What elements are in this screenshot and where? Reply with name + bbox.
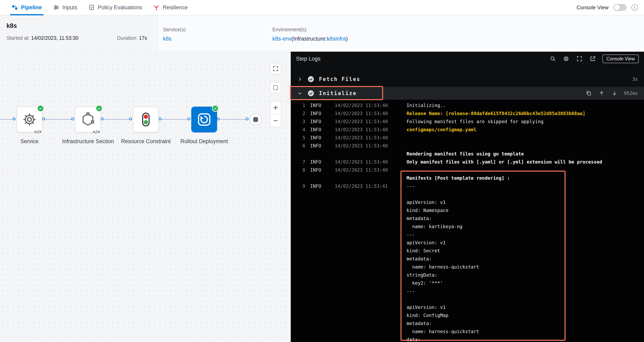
log-row: key2: '***' [291,279,644,287]
step-meta: 3s [632,77,638,82]
log-row: name: harness-quickstart [291,263,644,271]
expand-icon [272,65,279,72]
log-row: apiVersion: v1 [291,303,644,311]
log-row: name: harness-quickstart [291,327,644,335]
log-message [398,295,406,303]
log-timestamp [330,279,398,287]
log-line-number: 3 [295,118,305,126]
service-link[interactable]: k8s [163,36,172,42]
success-badge [96,105,102,112]
log-rows[interactable]: 1INFO14/02/2023 11:53:40Initializing..2I… [291,100,644,342]
log-level [305,327,330,335]
search-icon[interactable] [549,55,556,62]
log-line-number: 5 [295,134,305,142]
log-message: --- [398,231,415,239]
log-row: 9INFO14/02/2023 11:53:41--- [291,182,644,190]
log-level [305,239,330,247]
log-message: kind: Secret [398,247,440,255]
success-badge [37,105,44,112]
log-message: Following manifest files are skipped for… [398,118,544,126]
settings-gear-icon[interactable] [562,55,570,62]
node-box-infrastructure[interactable]: </> [75,107,101,132]
log-line-number [295,255,305,263]
log-level [305,287,330,295]
console-view-toggle[interactable] [613,4,627,11]
nav-tabs: Pipeline Inputs Policy Evaluations Resil… [6,0,194,15]
scroll-up-icon[interactable] [598,90,605,97]
connector-line [160,119,190,120]
log-line-number [295,231,305,239]
environment-link[interactable]: k8s-env(Infrastructure:k8sinfra) [272,36,348,42]
console-view-button[interactable]: Console View [602,55,639,63]
log-line-number [295,335,305,342]
step-meta: 952ms [585,90,638,97]
chevron-right-icon[interactable] [297,76,303,82]
log-row: 2INFO14/02/2023 11:53:40Release Name: [r… [291,109,644,118]
log-level [305,319,330,327]
log-message: key2: '***' [398,279,443,287]
chevron-down-icon[interactable] [297,90,303,96]
log-message: Rendering manifest files using go templa… [398,150,524,158]
code-badge: </> [93,129,100,134]
log-timestamp: 14/02/2023 11:53:40 [330,126,398,134]
top-nav: Pipeline Inputs Policy Evaluations Resil… [0,0,644,15]
log-line-number [295,214,305,222]
services-block: Service(s) k8s [163,27,186,42]
log-timestamp [330,214,398,222]
log-row: 1INFO14/02/2023 11:53:40Initializing.. [291,101,644,109]
tab-label: Resilience [162,5,188,11]
log-line-number [295,319,305,327]
log-section-initialize[interactable]: Initialize 952ms [291,87,644,100]
log-section-fetch-files[interactable]: Fetch Files 3s [291,72,644,86]
fullscreen-icon[interactable] [576,55,583,62]
log-timestamp [330,247,398,255]
zoom-controls: + − [270,101,281,127]
canvas-expand-button[interactable] [270,63,281,74]
log-level [305,198,330,206]
log-timestamp: 14/02/2023 11:53:40 [330,166,398,174]
tab-inputs[interactable]: Inputs [48,0,83,15]
log-row: 6INFO14/02/2023 11:53:40 [291,142,644,150]
node-box-rollout-deployment[interactable] [191,107,217,132]
rollout-icon [196,112,212,127]
log-timestamp: 14/02/2023 11:53:40 [330,118,398,126]
log-level [305,303,330,311]
log-line-number [295,174,305,182]
log-row: data: [291,335,644,342]
log-timestamp [330,198,398,206]
scroll-down-icon[interactable] [611,90,618,97]
node-label: Service [1,137,58,145]
pipeline-end-node[interactable] [250,114,262,126]
log-level: INFO [305,182,330,190]
log-timestamp [330,150,398,158]
node-box-service[interactable]: </> [16,107,42,132]
log-line-number [295,279,305,287]
open-external-icon[interactable] [589,55,596,62]
zoom-in-button[interactable]: + [270,101,281,114]
step-status-check-icon [308,90,314,97]
duration-label: Duration: [117,35,139,41]
log-message: name: harness-quickstart [398,327,479,335]
log-level [305,255,330,263]
log-line-number [295,303,305,311]
node-label: Rollout Deployment [176,137,232,145]
copy-logs-icon[interactable] [585,90,592,97]
log-timestamp: 14/02/2023 11:53:40 [330,158,398,166]
pipeline-canvas[interactable]: </> Service </> Infrastructure Section R… [0,52,291,342]
log-line-number [295,287,305,295]
zoom-out-button[interactable]: − [270,114,281,127]
info-icon[interactable]: i [632,4,638,11]
log-message: name: kartikeya-ng [398,222,462,231]
env-infra-name: k8sinfra [327,36,346,42]
log-line-number [295,150,305,158]
tab-policy-evaluations[interactable]: Policy Evaluations [83,0,148,15]
tab-pipeline[interactable]: Pipeline [6,0,48,15]
log-row: 7INFO14/02/2023 11:53:40Only manifest fi… [291,158,644,166]
log-line-number: 6 [295,142,305,150]
canvas-select-button[interactable] [270,82,281,93]
node-box-resource-constraint[interactable] [133,107,159,132]
tab-resilience[interactable]: Resilience [148,0,194,15]
log-level [305,247,330,255]
env-close-paren: ) [346,36,348,42]
log-message: name: harness-quickstart [398,263,479,271]
